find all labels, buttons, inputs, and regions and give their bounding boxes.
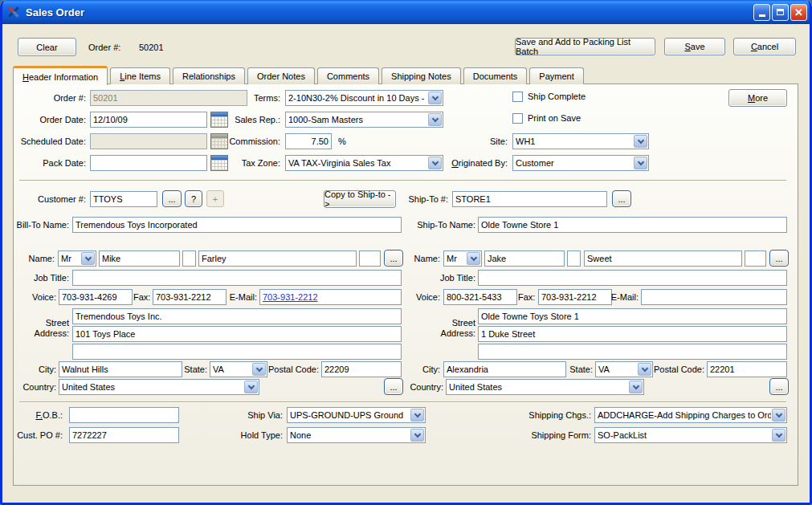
shipto-country-select[interactable]: United States: [446, 379, 644, 395]
tab-order-notes[interactable]: Order Notes: [247, 67, 315, 84]
shipto-postal-input[interactable]: 22201: [707, 361, 787, 377]
chevron-down-icon[interactable]: [634, 157, 647, 169]
shipping-form-label: Shipping Form:: [519, 427, 591, 443]
minimize-button[interactable]: [753, 4, 770, 21]
shipto-address2-input[interactable]: 1 Duke Street: [478, 326, 787, 342]
shipto-voice-input[interactable]: 800-321-5433: [443, 289, 517, 305]
billto-name-input[interactable]: Tremendous Toys Incorporated: [72, 217, 402, 233]
cancel-button[interactable]: Cancel: [733, 38, 796, 55]
save-button[interactable]: Save: [664, 38, 725, 55]
shipto-state-select[interactable]: VA: [595, 361, 653, 377]
tab-payment[interactable]: Payment: [529, 67, 583, 84]
customer-info-button[interactable]: ?: [185, 190, 202, 207]
shipto-email-input[interactable]: [641, 289, 787, 305]
copy-to-shipto-button[interactable]: Copy to Ship-to ->: [324, 190, 396, 208]
customer-lookup-button[interactable]: ...: [162, 190, 182, 207]
chevron-down-icon[interactable]: [428, 113, 442, 126]
shipto-address3-input[interactable]: [478, 344, 787, 360]
customer-number-input[interactable]: TTOYS: [90, 191, 157, 207]
billto-first-name-input[interactable]: Mike: [99, 250, 180, 267]
billto-job-title-label: Job Title:: [11, 270, 69, 286]
billto-voice-input[interactable]: 703-931-4269: [59, 289, 133, 305]
billto-city-input[interactable]: Walnut Hills: [59, 361, 182, 377]
fob-input[interactable]: [69, 407, 179, 423]
shipto-number-input[interactable]: STORE1: [452, 191, 607, 207]
hold-type-label: Hold Type:: [235, 427, 283, 443]
tab-relationships[interactable]: Relationships: [173, 67, 245, 84]
pack-date-input[interactable]: [90, 155, 207, 171]
shipto-contact-lookup-button[interactable]: ...: [769, 250, 789, 267]
shipto-last-name-input[interactable]: Sweet: [584, 250, 742, 267]
shipto-lookup-button[interactable]: ...: [612, 190, 631, 207]
hold-type-select[interactable]: None: [287, 427, 426, 443]
terms-select[interactable]: 2-10N30-2% Discount in 10 Days - Ne: [285, 90, 443, 106]
site-select[interactable]: WH1: [512, 133, 649, 149]
shipto-city-input[interactable]: Alexandria: [443, 361, 566, 377]
billto-email-input[interactable]: 703-931-2212: [259, 289, 402, 305]
tax-zone-select[interactable]: VA TAX-Virginia Sales Tax: [285, 155, 443, 171]
ship-complete-checkbox[interactable]: [512, 92, 523, 102]
chevron-down-icon[interactable]: [428, 92, 442, 104]
commission-input[interactable]: 7.50: [285, 133, 332, 149]
commission-label: Commission:: [217, 133, 280, 149]
billto-last-name-input[interactable]: Farley: [198, 250, 357, 267]
chevron-down-icon[interactable]: [467, 252, 480, 265]
shipto-first-name-input[interactable]: Jake: [484, 250, 565, 267]
save-add-packing-list-button[interactable]: Save and Add to Packing List Batch: [515, 38, 655, 55]
shipto-honorific-select[interactable]: Mr: [443, 250, 482, 267]
sales-rep-select[interactable]: 1000-Sam Masters: [285, 112, 443, 128]
billto-middle-initial-input[interactable]: [182, 250, 196, 267]
ship-via-select[interactable]: UPS-GROUND-UPS Ground: [287, 407, 426, 423]
close-button[interactable]: ✕: [790, 4, 807, 21]
chevron-down-icon[interactable]: [410, 409, 424, 422]
billto-country-select[interactable]: United States: [59, 379, 259, 395]
tab-line-items[interactable]: Line Items: [110, 67, 170, 84]
shipto-voice-label: Voice:: [395, 289, 440, 305]
chevron-down-icon[interactable]: [252, 363, 266, 376]
shipping-form-select[interactable]: SO-PackList: [594, 427, 787, 443]
billto-fax-input[interactable]: 703-931-2212: [153, 289, 226, 305]
shipto-address1-input[interactable]: Olde Towne Toys Store 1: [478, 308, 787, 324]
chevron-down-icon[interactable]: [410, 429, 424, 442]
tab-documents[interactable]: Documents: [463, 67, 528, 84]
billto-address1-input[interactable]: Tremendous Toys Inc.: [72, 308, 402, 324]
tab-header-information[interactable]: Header Information: [13, 66, 108, 85]
print-on-save-checkbox[interactable]: [512, 113, 523, 124]
tab-comments[interactable]: Comments: [317, 67, 379, 84]
chevron-down-icon[interactable]: [81, 252, 95, 265]
cust-po-input[interactable]: 7272227: [69, 427, 179, 443]
billto-honorific-select[interactable]: Mr: [58, 250, 96, 267]
clear-button[interactable]: Clear: [18, 38, 76, 56]
billto-address3-input[interactable]: [72, 344, 402, 360]
maximize-button[interactable]: [772, 4, 789, 21]
chevron-down-icon[interactable]: [638, 363, 651, 376]
chevron-down-icon[interactable]: [244, 381, 258, 393]
billto-state-select[interactable]: VA: [210, 361, 267, 377]
originated-by-label: Originated By:: [434, 155, 508, 171]
chevron-down-icon[interactable]: [629, 381, 643, 393]
shipping-chgs-select[interactable]: ADDCHARGE-Add Shipping Charges to Order: [594, 407, 787, 423]
originated-by-select[interactable]: Customer: [512, 155, 649, 171]
shipto-name-input[interactable]: Olde Towne Store 1: [478, 217, 787, 233]
more-button[interactable]: More: [728, 89, 787, 107]
order-date-input[interactable]: 12/10/09: [90, 112, 207, 128]
shipto-job-title-input[interactable]: [478, 270, 787, 286]
separator: [19, 401, 786, 403]
chevron-down-icon[interactable]: [634, 135, 647, 148]
chevron-down-icon[interactable]: [772, 429, 785, 442]
billto-postal-label: Postal Code:: [268, 361, 319, 377]
title-bar[interactable]: Sales Order ✕: [0, 0, 812, 24]
billto-email-link[interactable]: 703-931-2212: [263, 292, 318, 302]
shipto-address-lookup-button[interactable]: ...: [769, 378, 789, 395]
shipto-contact-name-label: Name:: [402, 250, 440, 267]
billto-contact-lookup-button[interactable]: ...: [384, 250, 403, 267]
tab-shipping-notes[interactable]: Shipping Notes: [382, 67, 461, 84]
billto-postal-input[interactable]: 22209: [321, 361, 402, 377]
billto-job-title-input[interactable]: [72, 270, 402, 286]
shipto-middle-initial-input[interactable]: [567, 250, 581, 267]
shipto-suffix-input[interactable]: [745, 250, 766, 267]
billto-suffix-input[interactable]: [359, 250, 381, 267]
chevron-down-icon[interactable]: [772, 409, 785, 422]
billto-address2-input[interactable]: 101 Toys Place: [72, 326, 402, 342]
shipto-fax-input[interactable]: 703-931-2212: [538, 289, 612, 305]
